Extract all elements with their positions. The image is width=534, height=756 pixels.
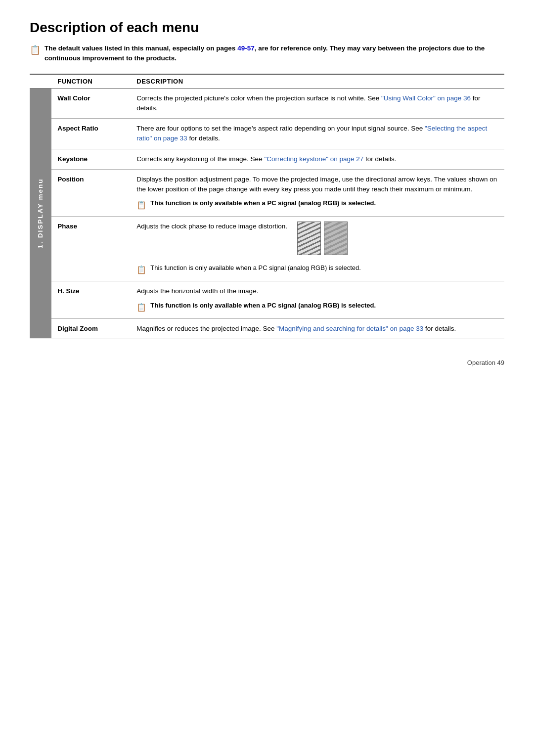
note-text: The default values listed in this manual… bbox=[44, 44, 504, 64]
function-cell: Phase bbox=[51, 217, 131, 281]
note-text: This function is only available when a P… bbox=[150, 263, 361, 273]
note-text: This function is only available when a P… bbox=[150, 198, 376, 208]
description-cell: Corrects any keystoning of the image. Se… bbox=[131, 149, 504, 169]
col-function-header: Function bbox=[51, 74, 131, 89]
description-cell: Adjusts the horizontal width of the imag… bbox=[131, 281, 504, 318]
note-icon: 📋 bbox=[136, 302, 146, 313]
function-cell: Wall Color bbox=[51, 88, 131, 119]
function-cell: H. Size bbox=[51, 281, 131, 318]
col-empty bbox=[30, 74, 51, 89]
description-cell: Magnifies or reduces the projected image… bbox=[131, 318, 504, 339]
page-title: Description of each menu bbox=[30, 20, 504, 36]
table-row: Digital Zoom Magnifies or reduces the pr… bbox=[30, 318, 504, 339]
inline-note: 📋 This function is only available when a… bbox=[136, 198, 498, 211]
phase-text: Adjusts the clock phase to reduce image … bbox=[136, 222, 287, 231]
description-cell: Corrects the projected picture's color w… bbox=[131, 88, 504, 119]
table-row: Keystone Corrects any keystoning of the … bbox=[30, 149, 504, 169]
table-row: 1. DISPLAY menu Wall Color Corrects the … bbox=[30, 88, 504, 119]
table-row: Aspect Ratio There are four options to s… bbox=[30, 119, 504, 149]
function-cell: Aspect Ratio bbox=[51, 119, 131, 149]
sidebar-label: 1. DISPLAY menu bbox=[30, 88, 51, 339]
inline-note: 📋 This function is only available when a… bbox=[136, 301, 498, 313]
page-footer: Operation 49 bbox=[30, 359, 504, 366]
note-icon: 📋 bbox=[30, 44, 41, 55]
phase-description-row: Adjusts the clock phase to reduce image … bbox=[136, 222, 498, 256]
description-cell: There are four options to set the image'… bbox=[131, 119, 504, 149]
description-cell: Displays the position adjustment page. T… bbox=[131, 169, 504, 217]
function-cell: Position bbox=[51, 169, 131, 217]
footer-text: Operation 49 bbox=[467, 359, 504, 366]
description-cell: Adjusts the clock phase to reduce image … bbox=[131, 217, 504, 281]
note-text: This function is only available when a P… bbox=[150, 301, 376, 311]
description-table: Function Description 1. DISPLAY menu Wal… bbox=[30, 74, 504, 339]
inline-note: 📋 This function is only available when a… bbox=[136, 263, 498, 276]
phase-image bbox=[297, 222, 352, 256]
table-row: Phase Adjusts the clock phase to reduce … bbox=[30, 217, 504, 281]
col-description-header: Description bbox=[131, 74, 504, 89]
note-icon: 📋 bbox=[136, 199, 146, 211]
function-cell: Keystone bbox=[51, 149, 131, 169]
table-row: Position Displays the position adjustmen… bbox=[30, 169, 504, 217]
table-row: H. Size Adjusts the horizontal width of … bbox=[30, 281, 504, 318]
header-note: 📋 The default values listed in this manu… bbox=[30, 44, 504, 64]
function-cell: Digital Zoom bbox=[51, 318, 131, 339]
note-icon: 📋 bbox=[136, 264, 146, 276]
